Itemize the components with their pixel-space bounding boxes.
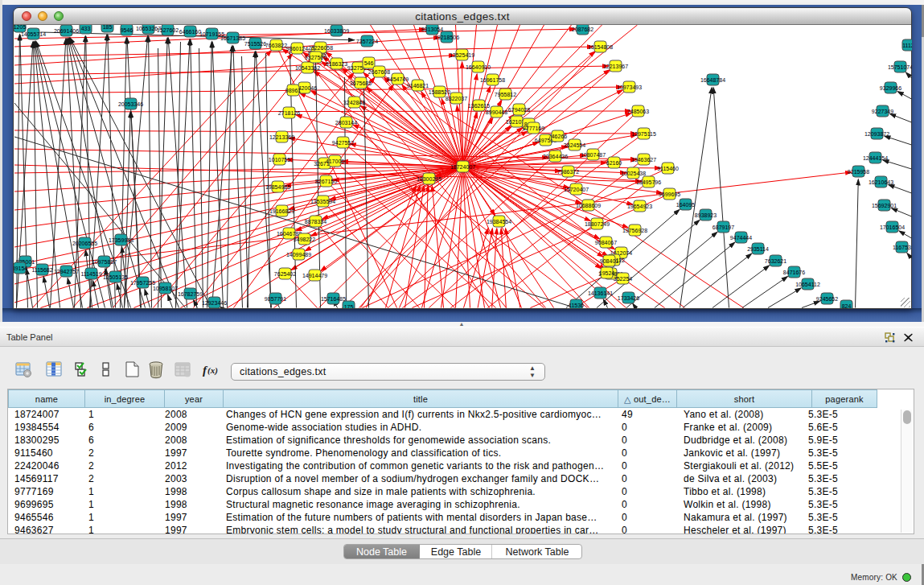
svg-text:15692901: 15692901 [872,203,897,208]
svg-text:23226058: 23226058 [308,45,333,51]
svg-text:8813054: 8813054 [421,27,443,32]
svg-text:62160: 62160 [606,160,622,166]
svg-text:7625402: 7625402 [274,271,296,277]
svg-text:7955812: 7955812 [495,92,516,97]
svg-text:175: 175 [344,304,354,309]
svg-text:824: 824 [842,303,852,309]
svg-text:9860124: 9860124 [286,46,308,51]
svg-text:17016504: 17016504 [880,225,905,230]
svg-text:6879197: 6879197 [713,225,734,230]
svg-text:16033809: 16033809 [324,28,349,34]
svg-text:9084067: 9084067 [595,240,617,245]
svg-text:17359928: 17359928 [109,237,133,243]
svg-text:9699695: 9699695 [659,192,680,197]
svg-text:10025438: 10025438 [621,171,646,176]
svg-text:185: 185 [103,25,113,30]
svg-text:417006: 417006 [326,159,344,164]
svg-text:20691406: 20691406 [54,28,79,34]
svg-text:15716485: 15716485 [321,296,346,302]
svg-text:11536: 11536 [569,303,584,308]
svg-text:19654923: 19654923 [627,204,652,209]
svg-text:8938923: 8938923 [695,212,717,218]
svg-text:3675685: 3675685 [350,80,372,86]
svg-text:546: 546 [364,60,374,66]
svg-text:20364436: 20364436 [543,154,568,159]
svg-text:16046788: 16046788 [277,231,302,237]
svg-text:14099489: 14099489 [286,252,311,257]
svg-text:10688609: 10688609 [576,203,601,208]
svg-text:20206555: 20206555 [72,241,97,246]
svg-text:9327505: 9327505 [305,55,326,60]
svg-text:19854985: 19854985 [265,184,290,190]
svg-text:15720407: 15720407 [564,187,589,192]
svg-text:164095: 164095 [676,202,695,208]
svg-text:9427552: 9427552 [332,140,354,146]
svg-text:(x): (x) [207,365,218,376]
svg-text:7986372: 7986372 [557,169,579,175]
svg-text:352254: 352254 [614,276,632,282]
svg-text:16640910: 16640910 [466,64,491,70]
svg-text:13525419: 13525419 [450,52,474,58]
svg-text:18495796: 18495796 [636,179,661,185]
svg-text:1362615: 1362615 [468,103,490,109]
svg-text:2667608: 2667608 [368,69,390,75]
svg-text:16648784: 16648784 [700,77,725,83]
svg-text:3624554: 3624554 [564,142,585,148]
svg-text:7357224: 7357224 [356,39,378,44]
svg-text:1733426: 1733426 [618,295,639,301]
svg-text:10807487: 10807487 [581,152,606,158]
svg-text:17957255: 17957255 [130,280,155,286]
svg-text:18300295: 18300295 [417,176,441,182]
svg-text:2803144: 2803144 [335,120,357,126]
svg-text:19166829: 19166829 [269,208,294,214]
svg-text:18807249: 18807249 [585,221,610,227]
svg-text:12505135: 12505135 [103,274,128,280]
svg-text:8186323: 8186323 [326,61,347,67]
svg-text:9857791: 9857791 [265,296,286,302]
svg-text:8267150: 8267150 [315,179,337,184]
svg-text:7632621: 7632621 [765,258,786,264]
svg-text:9115460: 9115460 [657,166,679,171]
svg-text:9329966: 9329966 [880,85,901,91]
svg-text:433: 433 [81,26,91,31]
svg-text:16782759: 16782759 [178,291,203,297]
svg-text:10975887: 10975887 [92,259,117,265]
svg-text:1114519: 1114519 [80,271,101,277]
svg-text:12444154: 12444154 [863,155,888,161]
svg-text:12213967: 12213967 [603,64,628,69]
svg-text:9546: 9546 [121,27,133,33]
svg-text:9777169: 9777169 [523,126,544,131]
svg-text:19384554: 19384554 [487,219,511,225]
svg-text:14914479: 14914479 [302,273,327,278]
svg-text:13535594: 13535594 [310,199,335,204]
svg-text:14136141: 14136141 [588,290,613,296]
svg-text:19463627: 19463627 [631,157,656,163]
svg-text:3498222: 3498222 [294,237,315,242]
svg-text:3242848: 3242848 [343,100,365,105]
svg-text:9146821: 9146821 [407,83,429,89]
svg-text:7663822: 7663822 [265,43,287,48]
svg-text:9227349: 9227349 [872,109,893,114]
svg-text:1588520: 1588520 [429,89,450,95]
svg-text:7485063: 7485063 [627,109,649,114]
svg-text:1112: 1112 [902,43,912,48]
svg-text:8215958: 8215958 [848,169,869,175]
svg-text:16210643: 16210643 [869,179,893,185]
svg-text:908401: 908401 [600,258,618,264]
svg-text:19756928: 19756928 [622,228,647,233]
svg-text:1205: 1205 [14,25,26,30]
svg-text:19524: 19524 [599,270,615,276]
svg-text:10958107: 10958107 [153,286,178,291]
svg-text:19218506: 19218506 [434,35,459,40]
svg-text:2935114: 2935114 [747,246,769,252]
svg-text:10973493: 10973493 [617,84,642,90]
svg-text:10543362: 10543362 [295,65,320,71]
svg-text:2718126: 2718126 [278,110,300,116]
svg-text:746266: 746266 [548,134,567,139]
svg-text:12942757: 12942757 [54,269,79,274]
svg-text:7515526: 7515526 [244,41,266,47]
svg-text:12213369: 12213369 [269,134,294,140]
svg-text:16961758: 16961758 [480,77,505,83]
svg-text:2087682: 2087682 [572,27,593,32]
svg-text:9245652: 9245652 [816,296,838,302]
